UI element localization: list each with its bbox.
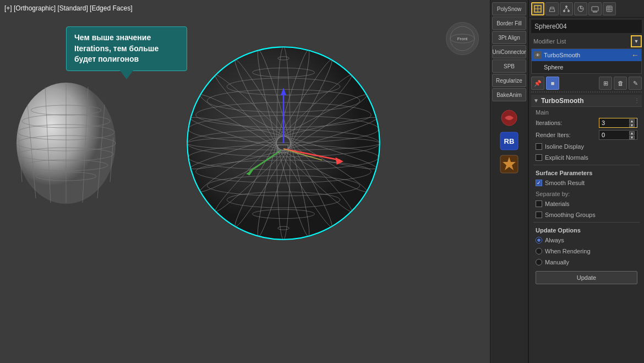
update-button-label: Update	[577, 274, 596, 281]
render-iters-spinbox[interactable]: 0 ▲ ▼	[599, 130, 637, 140]
explicit-normals-label: Explicit Normals	[545, 154, 637, 161]
update-options-header: Update Options	[531, 224, 642, 235]
object-name-field[interactable]: Sphere004	[531, 20, 642, 33]
surface-params-header: Surface Parameters	[531, 167, 642, 177]
radio-when-rendering[interactable]	[536, 248, 542, 254]
edit-modifier-button[interactable]: ✎	[629, 77, 642, 90]
delete-modifier-button[interactable]: 🗑	[614, 77, 627, 90]
modifier-sphere[interactable]: Sphere	[532, 61, 641, 73]
update-button[interactable]: Update	[536, 271, 637, 284]
render-iters-arrows: ▲ ▼	[629, 131, 635, 139]
plugin-regularize[interactable]: Regularize	[492, 74, 526, 87]
plugin-icon-red[interactable]	[499, 108, 519, 128]
smoothing-groups-checkbox[interactable]	[536, 212, 542, 218]
plugin-spb[interactable]: SPB	[492, 59, 526, 73]
smooth-result-checkbox[interactable]: ✓	[536, 180, 542, 186]
radio-manually-row: Manually	[531, 257, 642, 268]
ts-collapse-arrow: ▼	[533, 97, 539, 104]
svg-text:Front: Front	[457, 36, 468, 41]
viewport-label: [+] [Orthographic] [Standard] [Edged Fac…	[4, 4, 132, 12]
smoothing-groups-row: Smoothing Groups	[531, 209, 642, 220]
radio-always-label: Always	[545, 237, 637, 243]
nav-gizmo[interactable]: Front	[446, 22, 479, 55]
radio-manually-label: Manually	[545, 259, 637, 266]
toolbar-modify-icon[interactable]	[545, 2, 559, 15]
modifier-turbosmooth-name: TurboSmooth	[544, 52, 629, 58]
iterations-down[interactable]: ▼	[629, 123, 635, 127]
radio-manually[interactable]	[536, 259, 542, 266]
radio-when-rendering-label: When Rendering	[545, 248, 637, 254]
modifier-actions: 📌 ■ ⊞ 🗑 ✎	[531, 77, 642, 93]
radio-when-rendering-row: When Rendering	[531, 246, 642, 257]
modifier-stack: 👁 TurboSmooth ← Sphere	[531, 48, 642, 74]
render-iters-up[interactable]: ▲	[629, 131, 635, 135]
copy-modifier-button[interactable]: ⊞	[599, 77, 612, 90]
plugin-3ptalign[interactable]: 3Pt Align	[492, 31, 526, 44]
radio-always-row: Always	[531, 235, 642, 246]
ts-options-icon[interactable]: ⋮	[634, 97, 640, 104]
modifier-list-dropdown[interactable]: ▼	[631, 35, 642, 47]
sidebar-plugins: PolySnow Border Fill 3Pt Align UniConnec…	[490, 0, 528, 363]
render-iters-row: Render Iters: 0 ▲ ▼	[531, 129, 642, 141]
materials-label: Materials	[545, 201, 637, 207]
ts-main-label: Main	[531, 107, 642, 117]
plugin-polysnow[interactable]: PolySnow	[492, 2, 526, 15]
plugin-icon-rb[interactable]: RB	[499, 131, 519, 151]
plugin-uniconnector[interactable]: UniConnector	[492, 45, 526, 58]
callout-text: Чем выше значение Iterations, тем больше…	[74, 33, 159, 63]
sphere-highpoly	[182, 41, 385, 245]
explicit-normals-row: Explicit Normals	[531, 152, 642, 163]
arrow-indicator: ←	[631, 51, 639, 59]
active-button[interactable]: ■	[546, 77, 559, 90]
iterations-arrows: ▲ ▼	[629, 119, 635, 127]
isoline-row: Isoline Display	[531, 141, 642, 152]
svg-point-64	[567, 10, 570, 12]
iterations-row: Iterations: 3 ▲ ▼	[531, 117, 642, 129]
isoline-checkbox[interactable]	[536, 143, 542, 150]
sphere-lowpoly	[11, 77, 121, 209]
modifier-sphere-name: Sphere	[544, 64, 639, 71]
materials-row: Materials	[531, 198, 642, 209]
toolbar-utilities-icon[interactable]	[603, 2, 616, 15]
smooth-result-row: ✓ Smooth Result	[531, 177, 642, 188]
isoline-label: Isoline Display	[545, 143, 637, 150]
viewport: [+] [Orthographic] [Standard] [Edged Fac…	[0, 0, 490, 363]
plugin-borderfill[interactable]: Border Fill	[492, 17, 526, 30]
separator-2	[533, 222, 640, 223]
toolbar-motion-icon[interactable]	[574, 2, 587, 15]
render-iters-value: 0	[602, 132, 629, 138]
svg-rect-74	[607, 6, 612, 12]
turbosmooth-panel: ▼ TurboSmooth ⋮ Main Iterations: 3 ▲ ▼ R…	[531, 95, 642, 363]
plugin-icon-star[interactable]	[499, 154, 519, 174]
materials-checkbox[interactable]	[536, 201, 542, 207]
svg-point-62	[565, 6, 567, 8]
toolbar-create-icon[interactable]	[531, 2, 544, 15]
render-iters-down[interactable]: ▼	[629, 136, 635, 139]
explicit-normals-checkbox[interactable]	[536, 154, 542, 161]
modifier-list-label: Modifier List	[531, 38, 631, 45]
plugin-bakeanim[interactable]: BakeAnim	[492, 88, 526, 101]
prop-toolbar	[529, 0, 644, 18]
svg-point-63	[563, 10, 565, 12]
object-name: Sphere004	[534, 23, 567, 30]
svg-line-66	[566, 8, 569, 10]
svg-line-65	[564, 8, 566, 10]
properties-panel: Sphere004 Modifier List ▼ 👁 TurboSmooth …	[528, 0, 644, 363]
modifier-list-row: Modifier List ▼	[531, 35, 642, 47]
pin-button[interactable]: 📌	[531, 77, 544, 90]
iterations-spinbox[interactable]: 3 ▲ ▼	[599, 118, 637, 128]
modifier-turbosmooth[interactable]: 👁 TurboSmooth ←	[532, 49, 641, 61]
iterations-up[interactable]: ▲	[629, 119, 635, 123]
iterations-value: 3	[602, 120, 629, 126]
toolbar-hierarchy-icon[interactable]	[560, 2, 573, 15]
ts-section-header[interactable]: ▼ TurboSmooth ⋮	[531, 95, 642, 107]
smoothing-groups-label: Smoothing Groups	[545, 212, 637, 218]
svg-text:RB: RB	[504, 137, 515, 145]
radio-always[interactable]	[536, 237, 542, 243]
eye-icon-turbosmooth[interactable]: 👁	[534, 51, 542, 59]
iterations-label: Iterations:	[536, 120, 599, 126]
smooth-result-label: Smooth Result	[545, 180, 637, 186]
toolbar-display-icon[interactable]	[588, 2, 602, 15]
ts-title: TurboSmooth	[541, 97, 634, 105]
render-iters-label: Render Iters:	[536, 132, 599, 138]
